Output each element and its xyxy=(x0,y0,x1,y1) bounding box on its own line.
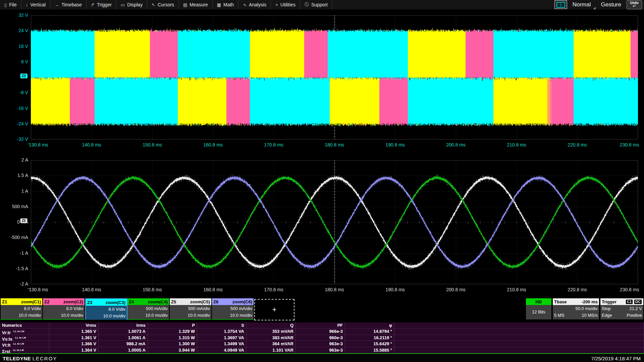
numerics-row-label: Vs:IsLL to LN xyxy=(0,335,49,341)
menu-item-label: Display xyxy=(127,2,143,7)
numerics-value: 1.0005 A xyxy=(99,347,148,353)
tbase-scale: 50.0 ms/div xyxy=(554,305,598,312)
channel-horizontal-scale: 10.0 ms/div xyxy=(43,312,83,319)
menu-item-trigger[interactable]: ↱Trigger xyxy=(87,0,116,9)
channel-source: zoom(C2) xyxy=(63,299,83,304)
channel-box-z2[interactable]: Z2zoom(C2)8.0 V/div10.0 ms/div xyxy=(43,298,85,320)
current-x-axis-label: 130.8 ms xyxy=(29,287,48,292)
numerics-column-header: Vrms xyxy=(49,322,99,328)
voltage-y-axis-label: 8 V xyxy=(0,59,28,64)
numerics-column-header: S xyxy=(197,322,247,328)
current-waveform-grid[interactable] xyxy=(31,160,638,284)
voltage-x-axis-label: 230.8 ms xyxy=(620,142,639,147)
numerics-value: 963e-3 xyxy=(296,341,345,347)
trigger-descriptor-box[interactable]: Trigger C1 DC Stop 21.2 V Edge Positive xyxy=(600,298,643,319)
numerics-value: 1.300 W xyxy=(148,341,197,347)
channel-id: Z5 xyxy=(171,299,176,304)
channel-box-z3[interactable]: Z3zoom(C3)8.0 V/div10.0 ms/div xyxy=(85,298,127,320)
menu-item-support[interactable]: ⓘSupport xyxy=(300,0,332,9)
menu-items: ▯File↕Vertical↔Timebase↱Trigger▭Display↖… xyxy=(0,0,332,9)
z3-zero-marker[interactable]: Z3 xyxy=(20,73,28,78)
voltage-x-axis-label: 180.8 ms xyxy=(325,142,344,147)
trigger-slope: Positive xyxy=(627,312,642,319)
channel-box-z6[interactable]: Z6zoom(C6)500 mA/div10.0 ms/div xyxy=(212,298,254,320)
menu-item-vertical[interactable]: ↕Vertical xyxy=(21,0,50,9)
menu-item-label: File xyxy=(9,2,17,7)
channel-vertical-scale: 8.0 V/div xyxy=(43,305,83,312)
numerics-column-header: PF xyxy=(296,322,345,328)
menu-item-display[interactable]: ▭Display xyxy=(116,0,147,9)
numerics-value: 1.329 W xyxy=(148,328,197,335)
numerics-row-tag: LL to LN xyxy=(13,330,24,333)
menu-item-utilities[interactable]: ×Utilities xyxy=(271,0,300,9)
menu-item-math[interactable]: ▦Math xyxy=(213,0,238,9)
z5-zero-marker[interactable]: Z5 xyxy=(20,218,28,223)
menu-item-measure[interactable]: ▤Measure xyxy=(179,0,213,9)
numerics-value: 1.3499 VA xyxy=(197,341,247,347)
menu-item-label: Math xyxy=(223,2,234,7)
channel-horizontal-scale: 10.0 ms/div xyxy=(170,312,210,319)
add-trace-button[interactable]: + xyxy=(254,299,294,320)
descriptor-row: Z1zoom(C1)8.0 V/div10.0 ms/divZ2zoom(C2)… xyxy=(0,298,644,320)
menu-item-cursors[interactable]: ↖Cursors xyxy=(147,0,179,9)
gesture-button[interactable]: Gesture xyxy=(601,1,621,8)
numerics-value: 1.315 W xyxy=(148,335,197,341)
numerics-column-header: φ xyxy=(345,322,394,328)
numerics-value: 15.5885 ° xyxy=(345,347,394,353)
current-x-axis-label: 140.8 ms xyxy=(82,287,101,292)
numerics-row-tag: LL to LN xyxy=(15,336,26,339)
channel-source: zoom(C4) xyxy=(148,299,168,304)
numerics-value: 963e-3 xyxy=(296,347,345,353)
numerics-row-label: Vt:ItLL to LN xyxy=(0,341,49,347)
undo-icon: ↶ xyxy=(633,5,636,8)
menu-item-file[interactable]: ▯File xyxy=(0,0,21,9)
channel-box-z5[interactable]: Z5zoom(C5)500 mA/div10.0 ms/div xyxy=(170,298,211,320)
numerics-value: 3.944 W xyxy=(148,347,197,353)
menu-item-timebase[interactable]: ↔Timebase xyxy=(50,0,87,9)
pan-left-icon: ← xyxy=(27,286,31,290)
numerics-title: Numerics xyxy=(0,322,49,328)
voltage-x-axis-label: 130.8 ms xyxy=(29,142,48,147)
channel-source: zoom(C5) xyxy=(190,299,210,304)
menu-item-analysis[interactable]: ∿Analysis xyxy=(238,0,271,9)
voltage-y-axis-label: -8 V xyxy=(0,90,28,95)
tbase-offset: -200 ms xyxy=(582,299,598,304)
voltage-waveform-canvas[interactable] xyxy=(31,15,638,139)
voltage-waveform-grid[interactable] xyxy=(31,15,638,139)
numerics-value: 364 mVAR xyxy=(247,341,296,347)
dropdown-corner-icon xyxy=(593,7,596,9)
current-x-axis-label: 220.8 ms xyxy=(568,287,587,292)
brand-secondary: LECROY xyxy=(33,356,57,361)
numerics-value: 960e-3 xyxy=(296,335,345,341)
current-waveform-canvas[interactable] xyxy=(31,160,638,284)
brand-primary: TELEDYNE xyxy=(3,356,31,361)
channel-box-z1[interactable]: Z1zoom(C1)8.0 V/div10.0 ms/div xyxy=(1,298,42,320)
numerics-value: 1.3754 VA xyxy=(197,328,247,335)
utilities-icon: × xyxy=(275,2,278,7)
channel-vertical-scale: 500 mA/div xyxy=(170,305,210,312)
display-mode-label: Normal xyxy=(573,1,591,8)
grid-display-button[interactable] xyxy=(554,0,567,9)
numerics-value: 1.101 VAR xyxy=(247,347,296,353)
channel-horizontal-scale: 10.0 ms/div xyxy=(127,312,168,319)
display-icon: ▭ xyxy=(121,2,125,7)
current-x-axis-label: 150.8 ms xyxy=(143,287,162,292)
numerics-value: 1.366 V xyxy=(49,341,99,347)
timebase-descriptor-box[interactable]: Tbase -200 ms 50.0 ms/div 5 MS 10 MS/s xyxy=(553,298,599,319)
numerics-filler xyxy=(394,328,644,335)
numerics-value: 14.8794 ° xyxy=(345,328,394,335)
menu-item-label: Cursors xyxy=(158,2,174,7)
current-x-axis-label: 180.8 ms xyxy=(325,287,344,292)
current-y-axis-label: -1 A xyxy=(0,250,28,256)
display-mode-dropdown[interactable]: Normal xyxy=(573,1,596,8)
channel-id: Z2 xyxy=(44,299,49,304)
math-icon: ▦ xyxy=(217,2,221,7)
voltage-x-axis-label: 200.8 ms xyxy=(446,142,466,147)
support-icon: ⓘ xyxy=(305,2,309,8)
channel-box-z4[interactable]: Z4zoom(C4)500 mA/div10.0 ms/div xyxy=(127,298,169,320)
hd-descriptor-box[interactable]: HD 12 Bits xyxy=(526,298,551,319)
voltage-x-axis-label: 190.8 ms xyxy=(385,142,405,147)
undo-button[interactable]: Undo ↶ xyxy=(627,0,642,9)
numerics-row-label: ΣrstLL to LN xyxy=(0,347,49,353)
voltage-x-axis-label: 140.8 ms xyxy=(82,142,101,147)
